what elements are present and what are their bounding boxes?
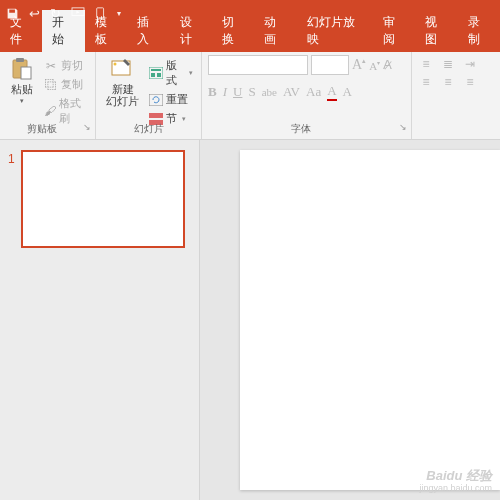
align-right-button[interactable]: ≡ xyxy=(462,75,478,89)
svg-rect-10 xyxy=(157,73,161,77)
paste-label: 粘贴 xyxy=(11,83,33,95)
svg-rect-11 xyxy=(149,94,163,106)
paste-button[interactable]: 粘贴 ▾ xyxy=(6,55,38,107)
bold-button[interactable]: B xyxy=(208,84,217,100)
tab-record[interactable]: 录制 xyxy=(458,10,500,52)
newslide-button[interactable]: 新建 幻灯片 xyxy=(102,55,143,109)
spacing-button[interactable]: AV xyxy=(283,84,300,100)
newslide-label: 新建 幻灯片 xyxy=(106,83,139,107)
present-icon[interactable] xyxy=(71,7,85,19)
svg-rect-4 xyxy=(21,67,31,79)
font-size-input[interactable] xyxy=(311,55,349,75)
font-color-button[interactable]: A xyxy=(327,83,336,101)
tab-transition[interactable]: 切换 xyxy=(212,10,254,52)
brush-icon: 🖌 xyxy=(44,104,56,118)
align-left-button[interactable]: ≡ xyxy=(418,75,434,89)
tab-review[interactable]: 审阅 xyxy=(373,10,415,52)
layout-icon xyxy=(149,66,163,80)
svg-rect-12 xyxy=(149,113,163,118)
save-icon[interactable] xyxy=(6,7,19,20)
group-font: A▴ A▾ A̷ B I U S abe AV Aa A A 字体↘ xyxy=(202,52,412,139)
increase-font-button[interactable]: A▴ xyxy=(352,57,366,73)
slide-thumbnail-1[interactable]: 1 xyxy=(8,150,191,248)
thumbnail-pane[interactable]: 1 xyxy=(0,140,200,500)
reset-icon xyxy=(149,93,163,107)
slide-canvas[interactable]: Baidu 经验 jingyan.baidu.com xyxy=(200,140,500,500)
font-name-input[interactable] xyxy=(208,55,308,75)
workarea: 1 Baidu 经验 jingyan.baidu.com xyxy=(0,140,500,500)
copy-icon: ⿻ xyxy=(44,78,58,92)
dialog-launcher-icon[interactable]: ↘ xyxy=(83,122,91,132)
svg-rect-1 xyxy=(97,8,104,18)
tab-view[interactable]: 视图 xyxy=(415,10,457,52)
undo-icon[interactable]: ↩ xyxy=(29,6,40,21)
tab-slideshow[interactable]: 幻灯片放映 xyxy=(297,10,373,52)
indent-button[interactable]: ⇥ xyxy=(462,57,478,71)
watermark: Baidu 经验 jingyan.baidu.com xyxy=(419,470,492,494)
bullets-button[interactable]: ≡ xyxy=(418,57,434,71)
decrease-font-button[interactable]: A▾ xyxy=(369,59,380,72)
qat-dropdown-icon[interactable]: ▾ xyxy=(117,9,121,18)
font-group-label: 字体 xyxy=(291,123,311,134)
newslide-icon xyxy=(111,57,135,81)
align-center-button[interactable]: ≡ xyxy=(440,75,456,89)
group-slides: 新建 幻灯片 版式▾ 重置 节▾ 幻灯片 xyxy=(96,52,202,139)
slide-number: 1 xyxy=(8,150,15,248)
redo-icon[interactable]: ↻ xyxy=(50,6,61,21)
change-case-button[interactable]: Aa xyxy=(306,84,321,100)
svg-rect-9 xyxy=(151,73,155,77)
touch-icon[interactable] xyxy=(95,7,107,19)
strike-button[interactable]: S xyxy=(248,84,255,100)
cut-button[interactable]: ✂剪切 xyxy=(42,57,89,74)
copy-button[interactable]: ⿻复制 xyxy=(42,76,89,93)
ribbon-tabs: 文件 开始 模板 插入 设计 切换 动画 幻灯片放映 审阅 视图 录制 xyxy=(0,26,500,52)
slide-thumb-preview xyxy=(21,150,185,248)
group-clipboard: 粘贴 ▾ ✂剪切 ⿻复制 🖌格式刷 剪贴板↘ xyxy=(0,52,96,139)
tab-design[interactable]: 设计 xyxy=(170,10,212,52)
svg-point-6 xyxy=(113,63,116,66)
tab-insert[interactable]: 插入 xyxy=(127,10,169,52)
group-paragraph: ≡ ≣ ⇥ ≡ ≡ ≡ xyxy=(412,52,488,139)
numbering-button[interactable]: ≣ xyxy=(440,57,456,71)
cut-icon: ✂ xyxy=(44,59,58,73)
reset-button[interactable]: 重置 xyxy=(147,91,195,108)
clipboard-group-label: 剪贴板 xyxy=(27,123,57,134)
underline-button[interactable]: U xyxy=(233,84,242,100)
svg-rect-3 xyxy=(16,58,24,62)
paste-icon xyxy=(10,57,34,81)
dialog-launcher-icon[interactable]: ↘ xyxy=(399,122,407,132)
chevron-down-icon: ▾ xyxy=(20,97,24,105)
svg-rect-8 xyxy=(151,69,161,71)
slide[interactable] xyxy=(240,150,500,490)
ribbon: 粘贴 ▾ ✂剪切 ⿻复制 🖌格式刷 剪贴板↘ 新建 幻灯片 版式▾ 重置 节▾ … xyxy=(0,52,500,140)
layout-button[interactable]: 版式▾ xyxy=(147,57,195,89)
highlight-button[interactable]: A xyxy=(343,84,352,100)
italic-button[interactable]: I xyxy=(223,84,227,100)
shadow-button[interactable]: abe xyxy=(262,86,277,98)
slides-group-label: 幻灯片 xyxy=(134,123,164,134)
tab-animation[interactable]: 动画 xyxy=(254,10,296,52)
clear-format-button[interactable]: A̷ xyxy=(383,57,392,73)
